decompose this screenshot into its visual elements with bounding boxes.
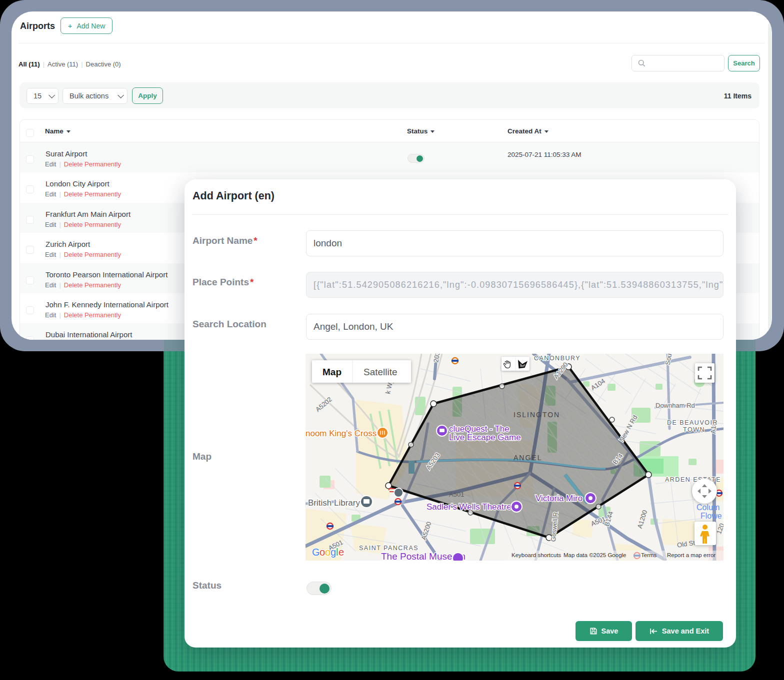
svg-text:Satellite: Satellite bbox=[364, 367, 398, 377]
svg-text:o: o bbox=[325, 547, 330, 558]
svg-text:o: o bbox=[320, 547, 325, 558]
svg-text:British Library: British Library bbox=[308, 498, 360, 508]
svg-text:SAINT PANCRAS: SAINT PANCRAS bbox=[359, 545, 418, 552]
svg-text:ISLINGTON: ISLINGTON bbox=[514, 411, 560, 419]
svg-text:noom King's Cross: noom King's Cross bbox=[306, 429, 376, 438]
svg-text:G: G bbox=[312, 547, 320, 558]
svg-text:Terms: Terms bbox=[641, 552, 657, 558]
svg-text:Downham Rd: Downham Rd bbox=[656, 402, 695, 409]
svg-text:Live Escape Game: Live Escape Game bbox=[449, 433, 521, 442]
svg-text:DE BEAUVOIR: DE BEAUVOIR bbox=[667, 419, 718, 426]
svg-text:g: g bbox=[330, 547, 336, 558]
svg-text:TOWN: TOWN bbox=[683, 426, 705, 433]
svg-text:Keyboard shortcuts: Keyboard shortcuts bbox=[512, 552, 561, 558]
svg-text:A501: A501 bbox=[449, 491, 464, 498]
svg-text:e: e bbox=[338, 547, 344, 558]
svg-text:l: l bbox=[336, 547, 338, 558]
svg-text:Colum: Colum bbox=[696, 503, 720, 512]
svg-text:Victoria Miro: Victoria Miro bbox=[536, 494, 582, 503]
svg-text:CANONBURY: CANONBURY bbox=[534, 355, 580, 362]
svg-text:Map: Map bbox=[322, 367, 342, 377]
svg-text:ANGEL: ANGEL bbox=[514, 454, 542, 462]
svg-text:Map data ©2025 Google: Map data ©2025 Google bbox=[564, 552, 626, 558]
svg-text:Sadler's Wells Theatre: Sadler's Wells Theatre bbox=[426, 502, 512, 512]
svg-text:Report a map error: Report a map error bbox=[667, 552, 716, 558]
svg-text:Flowe: Flowe bbox=[700, 512, 722, 520]
